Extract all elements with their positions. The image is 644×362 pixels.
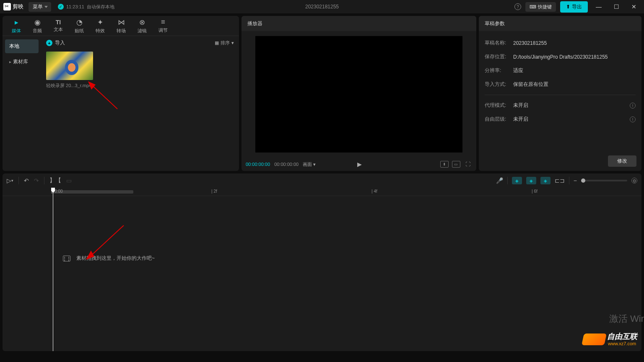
track-area[interactable]: 素材拖拽到这里，开始你的大作吧~ (3, 196, 641, 262)
sticker-icon: ◔ (76, 18, 83, 27)
player-header: 播放器 (242, 16, 476, 31)
film-icon (63, 256, 70, 261)
close-button[interactable]: ✕ (627, 2, 641, 12)
upload-icon: ⬆ (566, 4, 570, 10)
time-total: 00:00:00:00 (274, 162, 299, 167)
titlebar: 剪映 菜单 ✓ 11:23:11 自动保存本地 202302181255 ? ⌨… (0, 0, 644, 13)
snap-icon[interactable]: ◈ (526, 177, 536, 184)
text-icon: TI (56, 19, 61, 26)
prop-import-mode: 导入方式:保留在原有位置 (485, 78, 636, 91)
keyboard-icon: ⌨ (530, 4, 536, 10)
logo-icon (3, 3, 11, 10)
prop-proxy-mode: 代理模式:未开启! (485, 98, 636, 112)
app-logo: 剪映 (3, 3, 23, 10)
plus-icon: + (46, 40, 52, 46)
play-button[interactable]: ▶ (357, 161, 362, 168)
delete-tool[interactable]: ▭ (66, 177, 72, 184)
chevron-down-icon (44, 6, 48, 8)
properties-panel: 草稿参数 草稿名称:202302181255 保存位置:D:/tools/Jia… (479, 16, 641, 171)
select-tool[interactable]: ▷ ▾ (7, 177, 13, 184)
undo-button[interactable]: ↶ (24, 177, 29, 184)
media-tabs: ▸媒体 ◉音频 TI文本 ◔贴纸 ✦特效 ⋈转场 ⊗滤镜 ≡调节 (3, 16, 239, 36)
project-title: 202302181255 (305, 4, 339, 10)
prop-save-path: 保存位置:D:/tools/JianyingPro Drafts/2023021… (485, 50, 636, 64)
zoom-out-icon[interactable]: − (574, 177, 577, 184)
prop-draft-name: 草稿名称:202302181255 (485, 36, 636, 50)
sort-button[interactable]: ▦ 排序 ▾ (215, 40, 234, 46)
transition-icon: ⋈ (118, 18, 125, 27)
check-icon: ✓ (58, 4, 64, 10)
mic-icon[interactable]: 🎤 (496, 177, 503, 184)
player-viewport (242, 31, 476, 158)
media-thumbnail[interactable] (46, 52, 93, 80)
empty-track-hint: 素材拖拽到这里，开始你的大作吧~ (3, 255, 641, 262)
sidebar-item-local[interactable]: 本地 (5, 39, 39, 53)
watermark-logo-icon (582, 334, 607, 345)
info-icon[interactable]: ! (630, 116, 636, 122)
prop-free-layer: 自由层级:未开启! (485, 112, 636, 126)
player-panel: 播放器 00:00:00:00 00:00:00:00 画面 ▾ ▶ ⬍ ▭ ⛶ (242, 16, 476, 171)
ruler-mark: | 2f (211, 189, 217, 194)
adjust-icon: ≡ (161, 18, 165, 26)
media-content: + 导入 ▦ 排序 ▾ 轻映录屏 20...3_r.mp4 (41, 36, 239, 171)
effect-icon: ✦ (97, 18, 103, 27)
audio-icon: ◉ (34, 18, 41, 27)
tab-sticker[interactable]: ◔贴纸 (69, 16, 90, 36)
help-icon[interactable]: ? (514, 3, 521, 10)
split-tool[interactable]: 】【 (49, 177, 61, 184)
timeline-toolbar: ▷ ▾ ↶ ↷ 】【 ▭ 🎤 ◈ ◈ ◈ ⊏⊐ − ⊙ (3, 173, 641, 188)
menu-button[interactable]: 菜单 (29, 2, 51, 12)
chevron-down-icon: ▾ (313, 162, 316, 167)
chevron-down-icon: ▾ (231, 40, 234, 46)
zoom-in-icon[interactable]: ⊙ (631, 178, 637, 184)
maximize-button[interactable]: ☐ (610, 2, 623, 12)
site-watermark: 自由互联 www.xz7.com (583, 333, 637, 346)
sidebar-item-library[interactable]: 素材库 (5, 55, 39, 69)
tab-media[interactable]: ▸媒体 (6, 16, 27, 36)
activate-watermark: 激活 Wir (609, 313, 644, 325)
tab-transition[interactable]: ⋈转场 (111, 16, 132, 36)
ratio-icon[interactable]: ▭ (452, 161, 460, 168)
media-panel: ▸媒体 ◉音频 TI文本 ◔贴纸 ✦特效 ⋈转场 ⊗滤镜 ≡调节 本地 素材库 … (3, 16, 239, 171)
tab-filter[interactable]: ⊗滤镜 (132, 16, 153, 36)
timeline-ruler[interactable]: |00:00 | 2f | 4f | 6f (3, 188, 641, 196)
media-item[interactable]: 轻映录屏 20...3_r.mp4 (46, 52, 93, 89)
preview-icon[interactable]: ◈ (540, 177, 551, 184)
tab-adjust[interactable]: ≡调节 (153, 16, 174, 36)
media-filename: 轻映录屏 20...3_r.mp4 (46, 83, 93, 89)
info-icon[interactable]: ! (630, 103, 636, 109)
player-controls: 00:00:00:00 00:00:00:00 画面 ▾ ▶ ⬍ ▭ ⛶ (242, 158, 476, 171)
tab-text[interactable]: TI文本 (48, 16, 69, 36)
filter-icon: ⊗ (139, 18, 145, 27)
compare-icon[interactable]: ⬍ (440, 161, 449, 168)
redo-button[interactable]: ↷ (34, 177, 39, 184)
ruler-mark: | 4f (371, 189, 377, 194)
media-sidebar: 本地 素材库 (3, 36, 41, 171)
prop-resolution: 分辨率:适应 (485, 64, 636, 78)
video-canvas[interactable] (255, 36, 462, 153)
divider (485, 95, 636, 95)
app-name: 剪映 (13, 3, 23, 10)
tab-audio[interactable]: ◉音频 (27, 16, 48, 36)
modify-button[interactable]: 修改 (608, 155, 636, 167)
import-button[interactable]: + 导入 (46, 39, 65, 47)
media-icon: ▸ (15, 18, 18, 27)
fullscreen-icon[interactable]: ⛶ (464, 161, 472, 168)
properties-header: 草稿参数 (479, 16, 641, 31)
tab-effect[interactable]: ✦特效 (90, 16, 111, 36)
shortcut-button[interactable]: ⌨ 快捷键 (525, 2, 556, 12)
ruler-mark: | 6f (532, 189, 538, 194)
main-area: ▸媒体 ◉音频 TI文本 ◔贴纸 ✦特效 ⋈转场 ⊗滤镜 ≡调节 本地 素材库 … (0, 13, 644, 173)
ratio-button[interactable]: 画面 ▾ (303, 161, 316, 168)
timeline[interactable]: |00:00 | 2f | 4f | 6f 素材拖拽到这里，开始你的大作吧~ (3, 188, 641, 351)
export-button[interactable]: ⬆ 导出 (560, 1, 588, 13)
snap-main-icon[interactable]: ◈ (512, 177, 522, 184)
minimize-button[interactable]: — (592, 2, 605, 12)
cut-mode-icon[interactable]: ⊏⊐ (555, 177, 565, 184)
time-current: 00:00:00:00 (246, 162, 270, 167)
grid-icon: ▦ (215, 40, 219, 46)
autosave-status: ✓ 11:23:11 自动保存本地 (58, 4, 114, 10)
zoom-slider[interactable] (581, 180, 627, 181)
playhead[interactable] (53, 188, 53, 351)
